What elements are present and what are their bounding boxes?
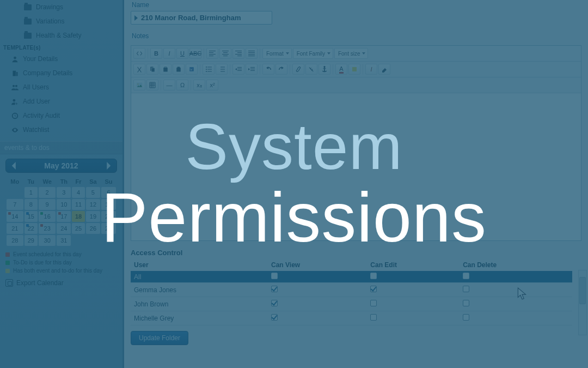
overlay-tint [0,0,588,368]
